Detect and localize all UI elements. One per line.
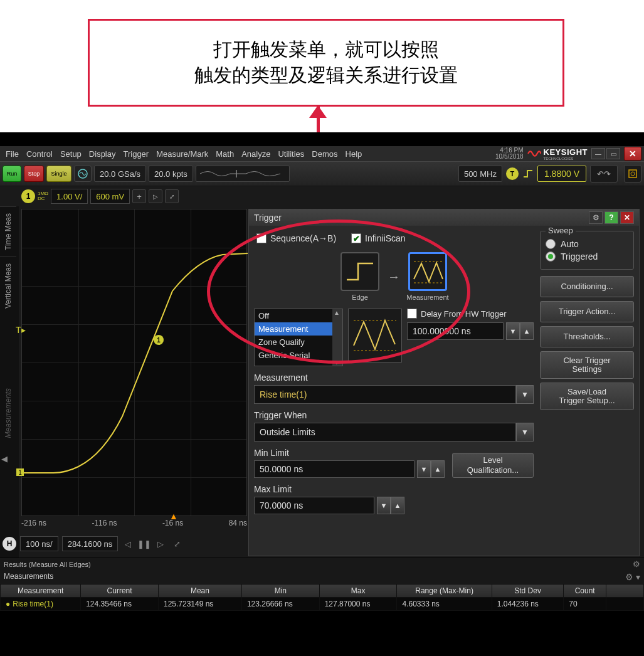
ground-marker[interactable]: 1: [16, 468, 24, 477]
menu-utilities[interactable]: Utilities: [275, 149, 307, 159]
sequence-checkbox[interactable]: Sequence(A→B): [256, 233, 336, 243]
menu-control[interactable]: Control: [23, 149, 56, 159]
window-minimize-icon[interactable]: —: [591, 148, 605, 159]
delay-checkbox[interactable]: Delay From HW Trigger: [407, 309, 534, 319]
callout-text-2: 触发的类型及逻辑关系进行设置: [194, 63, 458, 88]
nav-prev-icon[interactable]: ◁: [122, 537, 134, 550]
measurement-select[interactable]: Rise time(1): [254, 385, 516, 404]
thresholds-button[interactable]: Thresholds...: [540, 326, 634, 347]
time-position[interactable]: 284.1600 ns: [62, 536, 119, 551]
checkbox-checked-icon: ✔: [351, 233, 361, 243]
spin-down-icon[interactable]: ▼: [506, 322, 520, 340]
channel-offset[interactable]: 600 mV: [90, 189, 130, 204]
spin-down-icon[interactable]: ▼: [417, 460, 431, 478]
mode-preview-icon: [348, 309, 402, 362]
trigger-when-label: Trigger When: [254, 410, 534, 420]
horizontal-badge[interactable]: H: [3, 537, 16, 551]
menu-display[interactable]: Display: [86, 149, 119, 159]
side-tab-vertical-meas[interactable]: Vertical Meas: [0, 257, 16, 315]
help-icon[interactable]: ?: [604, 211, 618, 224]
min-limit-input[interactable]: 50.0000 ns: [254, 460, 414, 478]
time-scale[interactable]: 100 ns/: [20, 536, 58, 551]
stop-button[interactable]: Stop: [24, 166, 44, 182]
waveform-trace: [22, 209, 248, 517]
nav-expand-icon[interactable]: ⤢: [171, 537, 183, 550]
table-header-row: Measurement Current Mean Min Max Range (…: [1, 585, 644, 598]
collapse-left-icon[interactable]: ◀: [1, 454, 8, 463]
toolbar: Run Stop Single 20.0 GSa/s 20.0 kpts 500…: [0, 161, 644, 186]
keysight-logo: KEYSIGHT TECHNOLOGIES: [527, 147, 588, 161]
gear-icon[interactable]: ⚙: [633, 559, 640, 569]
channel-next-icon[interactable]: ▷: [149, 189, 162, 203]
menu-file[interactable]: File: [3, 149, 22, 159]
delay-value-input[interactable]: 100.000000 ns: [407, 322, 504, 340]
chevron-down-icon[interactable]: ▼: [516, 385, 534, 404]
nav-next-icon[interactable]: ▷: [154, 537, 167, 550]
conditioning-button[interactable]: Conditioning...: [540, 276, 634, 297]
horizontal-control-bar: H 100 ns/ 284.1600 ns ◁ ❚❚ ▷ ⤢: [3, 534, 247, 554]
menu-setup[interactable]: Setup: [57, 149, 85, 159]
undo-redo-button[interactable]: ↶↷: [590, 165, 618, 183]
trigger-level-marker[interactable]: T▸: [16, 325, 26, 335]
add-channel-button[interactable]: +: [132, 189, 146, 203]
channel-coupling: 1MΩDC: [38, 191, 48, 201]
menu-demos[interactable]: Demos: [309, 149, 340, 159]
waveform-graticule[interactable]: T▸ 1 1: [21, 209, 247, 516]
search-icon[interactable]: [624, 165, 641, 183]
trigger-action-button[interactable]: Trigger Action...: [540, 301, 634, 322]
trigger-level[interactable]: 1.8800 V: [537, 166, 586, 182]
trigger-stage-edge[interactable]: Edge: [339, 252, 381, 301]
flow-arrow-icon: →: [388, 270, 400, 284]
side-tab-measurements[interactable]: Measurements: [0, 382, 16, 444]
save-load-trigger-button[interactable]: Save/Load Trigger Setup...: [540, 383, 634, 410]
annotation-callout: 打开触发菜单，就可以按照 触发的类型及逻辑关系进行设置: [88, 19, 564, 107]
channel-bar: 1 1MΩDC 1.00 V/ 600 mV + ▷ ⤢: [0, 186, 644, 206]
menu-help[interactable]: Help: [342, 149, 366, 159]
timebase-overview[interactable]: [196, 166, 290, 182]
scrollbar[interactable]: [332, 309, 342, 366]
infiniiscan-mode-list[interactable]: Off Measurement Zone Qualify Generic Ser…: [254, 309, 343, 366]
menu-trigger[interactable]: Trigger: [120, 149, 152, 159]
menu-measure[interactable]: Measure/Mark: [153, 149, 211, 159]
oscilloscope-app-window: File Control Setup Display Trigger Measu…: [0, 132, 644, 656]
single-button[interactable]: Single: [46, 166, 71, 182]
nav-pause-icon[interactable]: ❚❚: [138, 537, 150, 550]
window-close-button[interactable]: ✕: [624, 147, 641, 161]
side-tab-time-meas[interactable]: Time Meas: [0, 206, 16, 257]
max-limit-input[interactable]: 70.0000 ns: [254, 497, 374, 514]
chevron-down-icon[interactable]: ▼: [516, 423, 534, 442]
spin-up-icon[interactable]: ▲: [391, 497, 404, 514]
gear-icon[interactable]: ⚙: [589, 211, 603, 224]
infiniiscan-checkbox[interactable]: ✔ InfiniiScan: [351, 233, 406, 243]
close-icon[interactable]: ✕: [620, 211, 634, 224]
level-qualification-button[interactable]: Level Qualification...: [452, 453, 534, 478]
bandwidth[interactable]: 500 MHz: [458, 166, 502, 182]
sweep-auto-radio[interactable]: Auto: [546, 239, 628, 249]
trigger-badge[interactable]: T: [506, 167, 519, 180]
spin-down-icon[interactable]: ▼: [377, 497, 391, 514]
measurements-table: Measurement Current Mean Min Max Range (…: [0, 584, 644, 611]
trigger-when-select[interactable]: Outside Limits: [254, 423, 516, 442]
memory-depth[interactable]: 20.0 kpts: [149, 166, 193, 182]
run-button[interactable]: Run: [3, 166, 21, 182]
trigger-stage-measurement[interactable]: Measurement: [406, 252, 449, 301]
sample-rate[interactable]: 20.0 GSa/s: [94, 166, 146, 182]
channel-scale[interactable]: 1.00 V/: [51, 189, 88, 204]
measurements-title-bar[interactable]: Measurements ⚙ ▾: [0, 570, 644, 584]
channel-marker[interactable]: 1: [154, 335, 164, 345]
trigger-dialog-titlebar[interactable]: Trigger ⚙ ? ✕: [249, 209, 639, 226]
menu-analyze[interactable]: Analyze: [238, 149, 273, 159]
table-row[interactable]: ●Rise time(1) 124.35466 ns 125.723149 ns…: [1, 598, 644, 611]
gear-icon[interactable]: ⚙ ▾: [625, 572, 640, 582]
clear-trigger-button[interactable]: Clear Trigger Settings: [540, 351, 634, 379]
channel-1-badge[interactable]: 1: [21, 189, 35, 203]
results-header[interactable]: Results (Measure All Edges) ⚙: [0, 558, 644, 570]
autoscale-icon[interactable]: [74, 166, 92, 182]
channel-expand-icon[interactable]: ⤢: [165, 189, 179, 203]
clock: 4:16 PM 10/5/2018: [495, 147, 524, 160]
spin-up-icon[interactable]: ▲: [431, 460, 445, 478]
menu-math[interactable]: Math: [213, 149, 237, 159]
spin-up-icon[interactable]: ▲: [520, 322, 534, 340]
window-maximize-icon[interactable]: ▭: [606, 148, 620, 159]
sweep-triggered-radio[interactable]: Triggered: [546, 251, 628, 262]
